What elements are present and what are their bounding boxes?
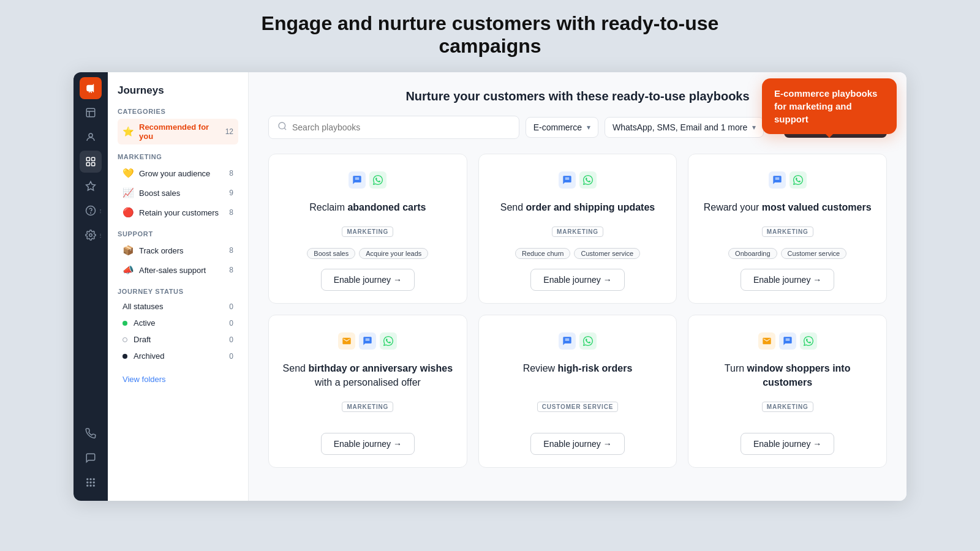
card1-title: Reclaim abandoned carts — [309, 201, 426, 214]
category-track[interactable]: 📦 Track orders 8 — [118, 241, 238, 260]
svg-rect-15 — [86, 485, 88, 487]
card5-channel-icons — [559, 332, 597, 350]
category-aftersales-label: After-sales support — [139, 266, 229, 275]
channel-filter-label: WhatsApp, SMS, Email and 1 more — [612, 122, 747, 132]
category-retain[interactable]: 🔴 Retain your customers 8 — [118, 203, 238, 222]
card4-badge-type: MARKETING — [342, 402, 393, 412]
svg-rect-10 — [90, 478, 92, 480]
card1-channel-icons — [349, 171, 386, 189]
track-icon: 📦 — [123, 245, 134, 256]
card3-tag-onboarding: Onboarding — [728, 248, 777, 259]
card2-badge: MARKETING — [552, 225, 603, 242]
svg-rect-2 — [86, 157, 89, 160]
card3-title: Reward your most valued customers — [704, 201, 872, 214]
svg-point-18 — [279, 122, 285, 129]
sidebar-bottom — [80, 422, 102, 501]
nav-icon-automation[interactable] — [80, 175, 102, 197]
nav-icon-phone[interactable] — [80, 422, 102, 444]
card4-badge: MARKETING — [342, 400, 393, 417]
card2-title: Send order and shipping updates — [500, 201, 655, 214]
svg-rect-17 — [93, 485, 95, 487]
nav-icon-journeys[interactable] — [80, 151, 102, 173]
whatsapp-icon — [790, 171, 807, 189]
card5-badge: CUSTOMER SERVICE — [537, 400, 618, 417]
svg-rect-13 — [90, 482, 92, 484]
app-container: ⋮ ⋮ Journeys Categories ⭐ Recommended fo… — [74, 72, 907, 501]
category-aftersales[interactable]: 📣 After-sales support 8 — [118, 261, 238, 279]
nav-icon-support[interactable]: ⋮ — [80, 200, 102, 222]
card1-tag-acquire: Acquire your leads — [359, 248, 428, 259]
category-recommended[interactable]: ⭐ Recommended for you 12 — [118, 119, 238, 144]
email-icon — [758, 332, 775, 350]
nav-icon-settings[interactable]: ⋮ — [80, 224, 102, 246]
whatsapp-icon — [380, 332, 397, 350]
card3-enable-button[interactable]: Enable journey → — [741, 269, 834, 291]
cards-grid: Reclaim abandoned carts MARKETING Boost … — [268, 154, 887, 468]
sms-icon — [349, 171, 366, 189]
category-grow[interactable]: 💛 Grow your audience 8 — [118, 164, 238, 182]
status-active[interactable]: Active 0 — [118, 315, 238, 331]
whatsapp-icon — [800, 332, 817, 350]
archived-dot — [123, 354, 127, 359]
nav-icon-apps[interactable] — [80, 471, 102, 493]
card-high-risk[interactable]: Review high-risk orders CUSTOMER SERVICE… — [478, 315, 677, 468]
channel-chevron-icon: ▾ — [752, 123, 756, 132]
card5-enable-button[interactable]: Enable journey → — [530, 433, 624, 455]
category-track-label: Track orders — [139, 246, 229, 255]
channel-filter[interactable]: WhatsApp, SMS, Email and 1 more ▾ — [605, 117, 764, 138]
card2-enable-button[interactable]: Enable journey → — [530, 269, 624, 291]
sms-icon — [769, 171, 786, 189]
status-active-count: 0 — [229, 319, 233, 328]
status-all-count: 0 — [229, 302, 233, 311]
sms-icon — [559, 332, 576, 350]
boost-icon: 📈 — [123, 187, 134, 198]
sms-icon — [359, 332, 376, 350]
status-all[interactable]: All statuses 0 — [118, 299, 238, 314]
svg-rect-0 — [86, 108, 95, 117]
svg-rect-5 — [92, 163, 95, 166]
sidebar-nav: ⋮ ⋮ — [74, 72, 108, 501]
category-recommended-label: Recommended for you — [139, 122, 225, 141]
nav-icon-chat[interactable] — [80, 447, 102, 469]
nav-icon-contacts[interactable] — [80, 126, 102, 148]
industry-chevron-icon: ▾ — [587, 123, 590, 132]
view-folders-link[interactable]: View folders — [118, 372, 171, 386]
card2-tags: Reduce churn Customer service — [515, 248, 640, 259]
status-archived[interactable]: Archived 0 — [118, 348, 238, 364]
category-boost[interactable]: 📈 Boost sales 9 — [118, 184, 238, 202]
card6-enable-button[interactable]: Enable journey → — [741, 433, 834, 455]
journey-status-label: Journey status — [118, 288, 238, 295]
category-grow-count: 8 — [229, 169, 233, 178]
card2-channel-icons — [559, 171, 597, 189]
category-retain-label: Retain your customers — [139, 208, 229, 217]
sms-icon — [779, 332, 796, 350]
card1-enable-button[interactable]: Enable journey → — [321, 269, 415, 291]
search-input[interactable] — [292, 122, 510, 132]
card1-badge-type: MARKETING — [342, 227, 393, 237]
card-window-shoppers[interactable]: Turn window shoppers into customers MARK… — [688, 315, 887, 468]
card-most-valued[interactable]: Reward your most valued customers MARKET… — [688, 154, 887, 304]
marketing-label: Marketing — [118, 153, 238, 160]
card2-badge-type: MARKETING — [552, 227, 603, 237]
svg-rect-3 — [92, 157, 95, 160]
star-icon: ⭐ — [123, 126, 134, 137]
nav-icon-megaphone[interactable] — [80, 77, 102, 99]
card1-tags: Boost sales Acquire your leads — [307, 248, 428, 259]
search-box[interactable] — [268, 116, 519, 139]
card3-badge: MARKETING — [762, 225, 813, 242]
svg-point-8 — [89, 234, 92, 237]
industry-filter[interactable]: E-commerce ▾ — [526, 117, 598, 138]
category-retain-count: 8 — [229, 208, 233, 217]
search-icon — [277, 121, 287, 133]
svg-rect-12 — [86, 482, 88, 484]
nav-icon-chart[interactable] — [80, 102, 102, 124]
card-order-shipping[interactable]: Send order and shipping updates MARKETIN… — [478, 154, 677, 304]
retain-icon: 🔴 — [123, 207, 134, 218]
category-boost-label: Boost sales — [139, 189, 229, 198]
card-birthday[interactable]: Send birthday or anniversary wishes with… — [268, 315, 467, 468]
status-draft[interactable]: Draft 0 — [118, 332, 238, 347]
main-content: Nurture your customers with these ready-… — [249, 72, 907, 501]
card-abandoned-carts[interactable]: Reclaim abandoned carts MARKETING Boost … — [268, 154, 467, 304]
card4-enable-button[interactable]: Enable journey → — [321, 433, 415, 455]
category-boost-count: 9 — [229, 189, 233, 197]
